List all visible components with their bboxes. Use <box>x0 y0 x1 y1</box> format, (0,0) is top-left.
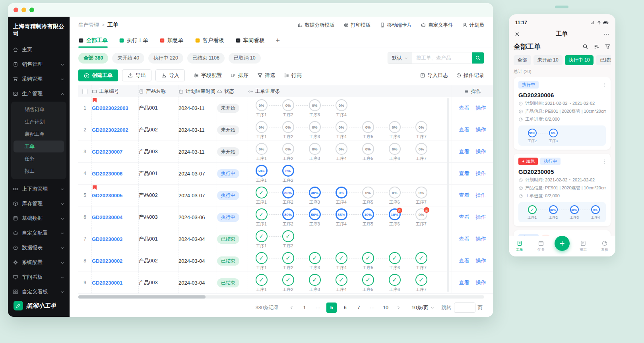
sidebar-subitem[interactable]: 装配工单 <box>14 128 64 140</box>
status-chip[interactable]: 未开始 40 <box>112 53 144 64</box>
status-chip[interactable]: 已结束 1106 <box>187 53 225 64</box>
sidebar-item[interactable]: 基础数据 <box>8 211 70 225</box>
next-page-button[interactable] <box>394 303 403 313</box>
workorder-number-link[interactable]: GD20230005 <box>92 193 122 198</box>
create-workorder-button[interactable]: 创建工单 <box>78 69 118 81</box>
search-button[interactable] <box>472 52 484 64</box>
view-link[interactable]: 查看 <box>459 192 469 199</box>
operate-link[interactable]: 操作 <box>476 148 486 155</box>
column-header-action[interactable]: 操作 <box>464 85 481 97</box>
page-number[interactable]: 6 <box>340 303 350 313</box>
page-number[interactable]: 10 <box>380 303 391 313</box>
toolbar-tool[interactable]: 字段配置 <box>194 72 222 79</box>
page-number[interactable]: 1 <box>299 303 310 313</box>
add-tab-button[interactable]: + <box>276 33 280 48</box>
sidebar-item[interactable]: 自定义配置 <box>8 225 70 240</box>
mobile-status-chip[interactable]: 执行中 10 <box>565 55 594 65</box>
sidebar-item[interactable]: 主页 <box>8 42 70 57</box>
column-header[interactable]: 状态 <box>217 85 234 97</box>
sidebar-item[interactable]: 自定义看板 <box>8 284 70 296</box>
mobile-status-chip[interactable]: 未开始 10 <box>533 55 563 65</box>
status-chip[interactable]: 全部 380 <box>78 53 108 64</box>
status-chip[interactable]: 执行中 220 <box>148 53 183 64</box>
horizontal-scrollbar-thumb[interactable] <box>78 295 206 299</box>
view-link[interactable]: 查看 <box>459 235 469 243</box>
view-tab[interactable]: 车间看板 <box>235 33 265 48</box>
mobile-nav-item[interactable]: 工单 <box>512 240 528 252</box>
workorder-number-link[interactable]: GD20230006 <box>92 171 122 177</box>
view-link[interactable]: 查看 <box>459 257 469 264</box>
toolbar-tool[interactable]: 排序 <box>231 72 248 79</box>
operate-link[interactable]: 操作 <box>476 214 486 221</box>
page-number[interactable]: 7 <box>353 303 364 313</box>
view-tab[interactable]: 客户看板 <box>195 33 224 48</box>
workorder-number-link[interactable]: GD20230007 <box>92 149 122 155</box>
workorder-number-link[interactable]: GD20230001 <box>92 280 122 286</box>
view-tab[interactable]: 全部工单 <box>78 33 108 48</box>
mobile-nav-item[interactable]: 报工 <box>575 240 591 252</box>
column-header[interactable]: 产品名称 <box>139 85 166 97</box>
sidebar-subitem[interactable]: 销售订单 <box>14 104 64 116</box>
workorder-number-link[interactable]: GD2023022002 <box>92 127 128 133</box>
sidebar-item[interactable]: 数据报表 <box>8 240 70 255</box>
operate-link[interactable]: 操作 <box>476 235 486 243</box>
close-icon[interactable] <box>514 30 520 37</box>
add-workorder-fab[interactable] <box>555 236 570 251</box>
toolbar-button[interactable]: 导出 <box>122 69 151 81</box>
mobile-status-chip[interactable]: 已结束 10 <box>596 55 611 65</box>
select-all-checkbox[interactable] <box>82 89 87 94</box>
sidebar-item[interactable]: 销售管理 <box>8 57 70 71</box>
sidebar-item[interactable]: 采购管理 <box>8 71 70 86</box>
maximize-window-button[interactable] <box>29 8 34 12</box>
workorder-number-link[interactable]: GD20230003 <box>92 236 122 242</box>
sidebar-item[interactable]: 车间看板 <box>8 270 70 284</box>
header-action[interactable]: 移动端卡片 <box>380 22 412 29</box>
workorder-number-link[interactable]: GD2023022003 <box>92 105 128 111</box>
mobile-workorder-card[interactable]: 加急执行中 GD20230005 计划时间: 2021-02-02 ~ 2021… <box>514 154 611 226</box>
column-header[interactable]: 工单编号 <box>92 85 119 97</box>
workorder-number-link[interactable]: GD20230002 <box>92 258 122 264</box>
sidebar-subitem[interactable]: 报工 <box>14 165 64 177</box>
operate-link[interactable]: 操作 <box>476 279 486 286</box>
search-input[interactable] <box>412 52 472 64</box>
view-link[interactable]: 查看 <box>459 279 469 286</box>
operate-link[interactable]: 操作 <box>476 170 486 177</box>
sidebar-item[interactable]: 系统配置 <box>8 255 70 270</box>
mobile-status-chip[interactable]: 全部 <box>514 55 531 65</box>
mobile-workorder-card[interactable]: 执行中追 <box>514 230 611 236</box>
sidebar-subitem[interactable]: 任务 <box>14 153 64 165</box>
view-link[interactable]: 查看 <box>459 170 469 177</box>
sidebar-item[interactable]: 生产管理 <box>8 86 70 101</box>
view-link[interactable]: 查看 <box>459 148 469 155</box>
prev-page-button[interactable] <box>287 303 296 313</box>
column-header[interactable]: 计划结束时间 <box>178 85 215 97</box>
status-chip[interactable]: 已取消 10 <box>229 53 261 64</box>
view-link[interactable]: 查看 <box>459 214 469 221</box>
close-window-button[interactable] <box>14 8 18 12</box>
toolbar-tool[interactable]: 筛选 <box>257 72 275 79</box>
toolbar-right-tool[interactable]: 导入日志 <box>420 72 448 79</box>
view-tab[interactable]: 执行工单 <box>119 33 148 48</box>
more-vertical-icon[interactable] <box>602 81 607 88</box>
more-vertical-icon[interactable] <box>602 158 607 165</box>
toolbar-button[interactable]: 导入 <box>155 69 185 81</box>
jump-page-input[interactable] <box>454 303 475 313</box>
search-preset-select[interactable]: 默认 <box>388 52 412 64</box>
header-action[interactable]: 自定义事件 <box>421 22 453 29</box>
view-tab[interactable]: 加急单 <box>159 33 184 48</box>
minimize-window-button[interactable] <box>21 8 26 12</box>
sidebar-subitem[interactable]: 工单 <box>14 141 64 152</box>
more-icon[interactable] <box>603 30 610 37</box>
sidebar-subitem[interactable]: 生产计划 <box>14 116 64 128</box>
view-link[interactable]: 查看 <box>459 126 469 133</box>
operate-link[interactable]: 操作 <box>476 257 486 264</box>
mobile-workorder-card[interactable]: 执行中 GD20230006 计划时间: 2021-02-02 ~ 2021-0… <box>514 77 611 150</box>
column-header[interactable]: 工单进度条 <box>248 85 280 97</box>
workorder-number-link[interactable]: GD20230004 <box>92 214 122 220</box>
operate-link[interactable]: 操作 <box>476 126 486 133</box>
mobile-nav-item[interactable]: 看板 <box>597 240 613 252</box>
sidebar-item[interactable]: 库存管理 <box>8 196 70 211</box>
header-action[interactable]: 计划员 <box>462 22 485 29</box>
view-link[interactable]: 查看 <box>459 104 469 112</box>
sidebar-item[interactable]: 上下游管理 <box>8 181 70 196</box>
